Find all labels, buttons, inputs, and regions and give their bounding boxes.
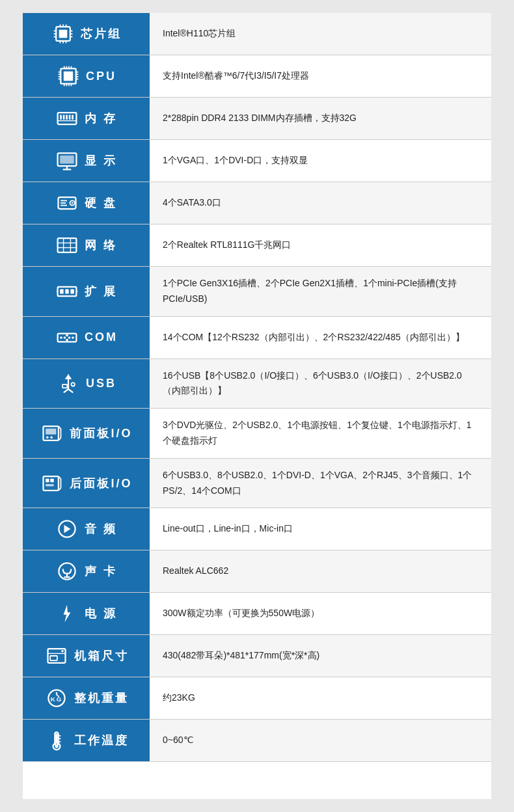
cpu-icon [56, 64, 81, 88]
spec-value-weight: 约23KG [150, 677, 491, 719]
spec-value-expansion: 1个PCIe Gen3X16插槽、2个PCIe Gen2X1插槽、1个mini-… [150, 267, 491, 316]
spec-label-text-chassis: 机箱尺寸 [74, 648, 129, 664]
spec-label-text-audio: 音 频 [85, 521, 117, 537]
spec-value-soundcard: Realtek ALC662 [150, 550, 491, 592]
audio-icon [55, 517, 79, 541]
spec-value-com: 14个COM【12个RS232（内部引出）、2个RS232/422/485（内部… [150, 317, 491, 359]
svg-rect-91 [50, 656, 57, 660]
spec-label-temperature: 工作温度 [23, 720, 150, 761]
memory-icon [55, 107, 79, 130]
spec-row-memory: 内 存 2*288pin DDR4 2133 DIMM内存插槽，支持32G [23, 98, 491, 140]
svg-rect-33 [61, 115, 62, 120]
svg-rect-34 [63, 115, 65, 120]
spec-value-display: 1个VGA口、1个DVI-D口，支持双显 [150, 140, 491, 182]
spec-row-display: 显 示 1个VGA口、1个DVI-D口，支持双显 [23, 140, 491, 182]
spec-label-weight: KG 整机重量 [23, 677, 150, 719]
spec-row-power: 电 源 300W额定功率（可更换为550W电源） [23, 593, 491, 635]
power-icon [55, 602, 79, 625]
spec-label-text-com: COM [85, 331, 118, 344]
spec-label-cpu: CPU [23, 55, 150, 97]
svg-rect-81 [46, 478, 49, 481]
spec-label-text-expansion: 扩 展 [85, 284, 117, 299]
spec-label-text-memory: 内 存 [85, 111, 117, 126]
spec-row-usb: USB 16个USB【8个USB2.0（I/O接口）、6个USB3.0（I/O接… [23, 359, 491, 409]
spec-label-text-chipset: 芯片组 [81, 26, 122, 42]
svg-rect-42 [61, 156, 75, 164]
spec-label-harddisk: 硬 盘 [23, 182, 150, 224]
spec-label-text-rear-io: 后面板I/O [70, 476, 132, 491]
svg-point-66 [72, 336, 74, 339]
rear-panel-icon [40, 472, 64, 495]
spec-label-text-power: 电 源 [85, 606, 117, 621]
spec-label-text-usb: USB [86, 377, 116, 390]
svg-rect-83 [46, 483, 55, 486]
spec-label-chassis: 机箱尺寸 [23, 635, 150, 677]
spec-label-audio: 音 频 [23, 508, 150, 550]
svg-rect-74 [46, 429, 57, 435]
svg-point-90 [61, 650, 64, 653]
spec-table: 芯片组 Intel®H110芯片组 CPU [23, 13, 491, 762]
spec-row-harddisk: 硬 盘 4个SATA3.0口 [23, 182, 491, 224]
spec-label-soundcard: 声 卡 [23, 550, 150, 592]
spec-row-chipset: 芯片组 Intel®H110芯片组 [23, 13, 491, 55]
usb-icon [56, 372, 81, 395]
harddisk-icon [55, 191, 79, 215]
svg-point-75 [46, 436, 49, 439]
svg-rect-56 [66, 289, 69, 293]
spec-label-text-cpu: CPU [86, 70, 116, 83]
display-icon [55, 149, 79, 172]
spec-value-chipset: Intel®H110芯片组 [150, 13, 491, 55]
spec-label-rear-io: 后面板I/O [23, 459, 150, 508]
spec-label-front-io: 前面板I/O [23, 409, 150, 458]
svg-rect-37 [72, 115, 74, 120]
svg-rect-1 [59, 30, 68, 38]
spec-row-temperature: 工作温度 0~60℃ [23, 720, 491, 762]
svg-rect-49 [58, 238, 77, 252]
temperature-icon [44, 729, 69, 752]
spec-row-rear-io: 后面板I/O 6个USB3.0、8个USB2.0、1个DVI-D、1个VGA、2… [23, 459, 491, 509]
spec-value-network: 2个Realtek RTL8111G千兆网口 [150, 224, 491, 266]
svg-marker-68 [65, 375, 72, 379]
svg-rect-36 [69, 115, 71, 120]
spec-value-front-io: 3个DVD光驱位、2个USB2.0、1个电源按钮、1个复位键、1个电源指示灯、1… [150, 409, 491, 458]
svg-rect-98 [55, 734, 58, 744]
com-icon [55, 326, 79, 349]
chassis-icon [44, 644, 69, 668]
spec-container: 芯片组 Intel®H110芯片组 CPU [23, 13, 491, 799]
svg-rect-35 [66, 115, 68, 120]
spec-row-expansion: 扩 展 1个PCIe Gen3X16插槽、2个PCIe Gen2X1插槽、1个m… [23, 267, 491, 317]
svg-rect-15 [64, 72, 73, 81]
svg-rect-67 [62, 385, 67, 388]
svg-point-45 [72, 202, 74, 204]
front-panel-icon [40, 422, 64, 445]
spec-row-audio: 音 频 Line-out口，Line-in口，Mic-in口 [23, 508, 491, 550]
spec-label-text-soundcard: 声 卡 [85, 563, 117, 579]
svg-rect-82 [51, 478, 54, 481]
svg-rect-55 [61, 289, 64, 293]
spec-label-memory: 内 存 [23, 98, 150, 139]
spec-row-weight: KG 整机重量 约23KG [23, 677, 491, 720]
spec-value-harddisk: 4个SATA3.0口 [150, 182, 491, 224]
svg-rect-57 [71, 289, 74, 293]
spec-label-power: 电 源 [23, 593, 150, 634]
spec-value-memory: 2*288pin DDR4 2133 DIMM内存插槽，支持32G [150, 98, 491, 139]
spec-value-audio: Line-out口，Line-in口，Mic-in口 [150, 508, 491, 550]
chipset-icon [51, 22, 75, 46]
spec-label-text-temperature: 工作温度 [74, 733, 129, 748]
svg-text:KG: KG [50, 696, 62, 703]
spec-label-expansion: 扩 展 [23, 267, 150, 316]
spec-label-display: 显 示 [23, 140, 150, 182]
spec-row-front-io: 前面板I/O 3个DVD光驱位、2个USB2.0、1个电源按钮、1个复位键、1个… [23, 409, 491, 459]
weight-icon: KG [44, 686, 69, 710]
spec-value-temperature: 0~60℃ [150, 720, 491, 761]
spec-row-com: COM 14个COM【12个RS232（内部引出）、2个RS232/422/48… [23, 317, 491, 359]
spec-label-text-front-io: 前面板I/O [70, 426, 132, 441]
spec-value-usb: 16个USB【8个USB2.0（I/O接口）、6个USB3.0（I/O接口）、2… [150, 359, 491, 409]
svg-point-62 [64, 336, 66, 339]
svg-point-65 [66, 338, 68, 341]
spec-value-chassis: 430(482带耳朵)*481*177mm(宽*深*高) [150, 635, 491, 677]
spec-value-rear-io: 6个USB3.0、8个USB2.0、1个DVI-D、1个VGA、2个RJ45、3… [150, 459, 491, 508]
svg-rect-77 [44, 476, 59, 491]
network-icon [55, 234, 79, 257]
spec-row-network: 网 络 2个Realtek RTL8111G千兆网口 [23, 224, 491, 267]
